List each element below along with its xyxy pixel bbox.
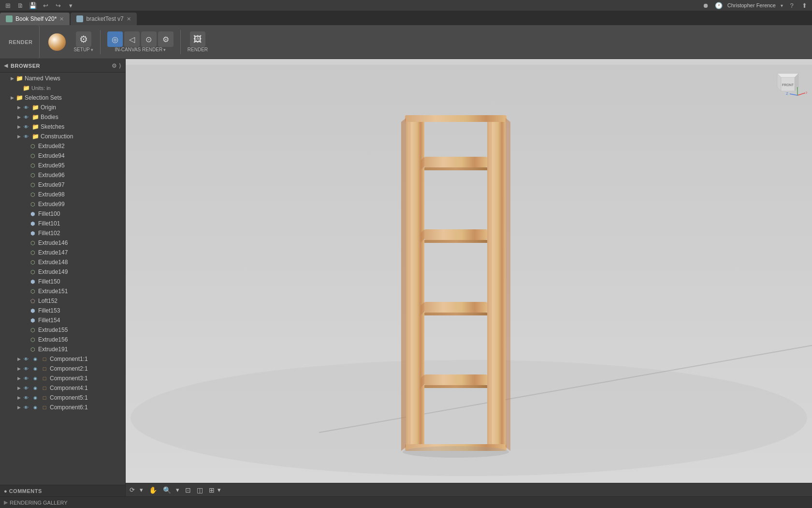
tree-extrude147[interactable]: ⬡ Extrude147 [0,248,125,257]
tree-component1[interactable]: ▶ 👁 ◉ □ Component1:1 [0,354,125,364]
sketches-arrow[interactable]: ▶ [15,123,22,130]
component1-folder-icon: □ [41,355,48,363]
grid-dropdown[interactable]: ▾ [218,486,221,493]
file-icon[interactable]: 🗎 [16,1,24,9]
tree-fillet102[interactable]: ⬢ Fillet102 [0,228,125,238]
origin-folder-icon: 📁 [31,104,39,111]
grid-display-icon[interactable]: ⊞ [209,486,215,494]
browser-expand-icon[interactable]: ⟩ [119,62,121,69]
pan-icon[interactable]: ✋ [149,486,157,494]
appearance-sphere[interactable] [48,33,66,51]
browser-settings-icon[interactable]: ⚙ [112,62,117,69]
orbit-icon[interactable]: ⟳ [130,486,135,493]
browser-title: BROWSER [11,63,40,69]
toolbar-render-group[interactable]: 🖼 RENDER [185,30,211,54]
setup-icon-btn[interactable]: ⚙ [76,31,91,47]
fillet150-arrow [22,278,29,285]
component5-arrow[interactable]: ▶ [15,394,22,401]
tree-extrude146[interactable]: ⬡ Extrude146 [0,238,125,248]
bodies-arrow[interactable]: ▶ [15,114,22,120]
tree-extrude148[interactable]: ⬡ Extrude148 [0,257,125,267]
redo-icon[interactable]: ↪ [54,1,62,9]
tree-extrude191[interactable]: ⬡ Extrude191 [0,344,125,354]
tree-named-views[interactable]: ▶ 📁 Named Views [0,74,125,83]
tree-extrude151[interactable]: ⬡ Extrude151 [0,286,125,296]
rendering-gallery-bar[interactable]: ▶ RENDERING GALLERY [0,496,812,508]
tree-origin[interactable]: ▶ 👁 📁 Origin [0,103,125,112]
orbit-dropdown[interactable]: ▾ [140,486,143,493]
component1-arrow[interactable]: ▶ [15,356,22,362]
named-views-arrow[interactable]: ▶ [9,75,15,82]
tree-fillet153[interactable]: ⬢ Fillet153 [0,306,125,315]
tree-extrude99[interactable]: ⬡ Extrude99 [0,199,125,209]
tree-component6[interactable]: ▶ 👁 ◉ □ Component6:1 [0,403,125,412]
maximize-icon[interactable]: ⬆ [800,1,808,9]
tree-extrude98[interactable]: ⬡ Extrude98 [0,190,125,199]
tree-extrude97[interactable]: ⬡ Extrude97 [0,180,125,190]
component4-arrow[interactable]: ▶ [15,385,22,391]
extrude94-icon: ⬡ [29,152,37,160]
toolbar-setup-group[interactable]: ⚙ SETUP ▾ [71,30,96,54]
tree-construction[interactable]: ▶ 👁 📁 Construction [0,132,125,141]
tree-extrude95[interactable]: ⬡ Extrude95 [0,161,125,170]
component6-arrow[interactable]: ▶ [15,404,22,411]
origin-arrow[interactable]: ▶ [15,104,22,111]
fit-icon[interactable]: ⊡ [185,486,191,494]
tree-extrude149[interactable]: ⬡ Extrude149 [0,267,125,277]
tab-bookshelf[interactable]: Book Shelf v20* ✕ [0,13,70,25]
units-folder-icon: 📁 [22,84,30,92]
tab-brackettest[interactable]: bracketTest v7 ✕ [71,13,136,25]
undo-icon[interactable]: ↩ [42,1,49,9]
tree-fillet154[interactable]: ⬢ Fillet154 [0,315,125,325]
time-icon[interactable]: 🕐 [715,1,723,9]
tree-extrude82[interactable]: ⬡ Extrude82 [0,141,125,151]
tree-component5[interactable]: ▶ 👁 ◉ □ Component5:1 [0,393,125,403]
tree-bodies[interactable]: ▶ 👁 📁 Bodies [0,112,125,122]
help-icon[interactable]: ? [788,1,796,9]
save-icon[interactable]: 💾 [29,1,37,9]
construction-arrow[interactable]: ▶ [15,133,22,140]
grid-menu-icon[interactable]: ⊞ [4,1,12,9]
incanvas-btn2[interactable]: ◁ [124,31,140,47]
toolbar: RENDER ⚙ SETUP ▾ ◎ ◁ ⊙ ⚙ IN-CANVAS RENDE… [0,25,812,59]
more-icon[interactable]: ▾ [67,1,74,9]
zoom-icon[interactable]: 🔍 [163,486,171,494]
incanvas-btn3[interactable]: ⊙ [141,31,157,47]
tree-fillet150[interactable]: ⬢ Fillet150 [0,277,125,286]
zoom-dropdown[interactable]: ▾ [176,486,179,493]
tree-component3[interactable]: ▶ 👁 ◉ □ Component3:1 [0,374,125,383]
toolbar-appearance[interactable] [45,31,69,53]
setup-arrow[interactable]: ▾ [91,47,93,52]
component2-arrow[interactable]: ▶ [15,365,22,372]
display-mode-icon[interactable]: ◫ [197,486,203,494]
tree-component2[interactable]: ▶ 👁 ◉ □ Component2:1 [0,364,125,374]
tab-brackettest-close[interactable]: ✕ [127,16,131,22]
comments-bar[interactable]: ● COMMENTS [0,485,125,496]
browser-collapse-btn[interactable]: ◀ [4,62,8,69]
fillet100-arrow [22,210,29,217]
tree-units[interactable]: 📁 Units: in [0,83,125,93]
record-icon[interactable]: ⏺ [702,1,710,9]
tree-selection-sets[interactable]: ▶ 📁 Selection Sets [0,93,125,103]
user-name[interactable]: Christopher Ference [727,2,776,8]
incanvas-arrow[interactable]: ▾ [163,47,166,52]
viewcube[interactable]: FRONT X Z [768,64,807,103]
tree-extrude155[interactable]: ⬡ Extrude155 [0,325,125,335]
tree-loft152[interactable]: ⬠ Loft152 [0,296,125,306]
tree-extrude94[interactable]: ⬡ Extrude94 [0,151,125,161]
fillet100-icon: ⬢ [29,210,37,218]
selection-sets-arrow[interactable]: ▶ [9,94,15,101]
tree-extrude156[interactable]: ⬡ Extrude156 [0,335,125,344]
viewport[interactable]: FRONT X Z ⟳ ▾ ✋ 🔍 ▾ ⊡ ◫ [126,59,812,496]
tree-fillet101[interactable]: ⬢ Fillet101 [0,219,125,228]
render-btn[interactable]: 🖼 [190,31,205,47]
component3-arrow[interactable]: ▶ [15,375,22,382]
tab-bookshelf-close[interactable]: ✕ [59,16,64,22]
tree-extrude96[interactable]: ⬡ Extrude96 [0,170,125,180]
tree-sketches[interactable]: ▶ 👁 📁 Sketches [0,122,125,132]
incanvas-settings-btn[interactable]: ⚙ [158,31,174,47]
tree-component4[interactable]: ▶ 👁 ◉ □ Component4:1 [0,383,125,393]
incanvas-active-btn[interactable]: ◎ [107,31,123,47]
fillet153-arrow [22,307,29,314]
tree-fillet100[interactable]: ⬢ Fillet100 [0,209,125,219]
